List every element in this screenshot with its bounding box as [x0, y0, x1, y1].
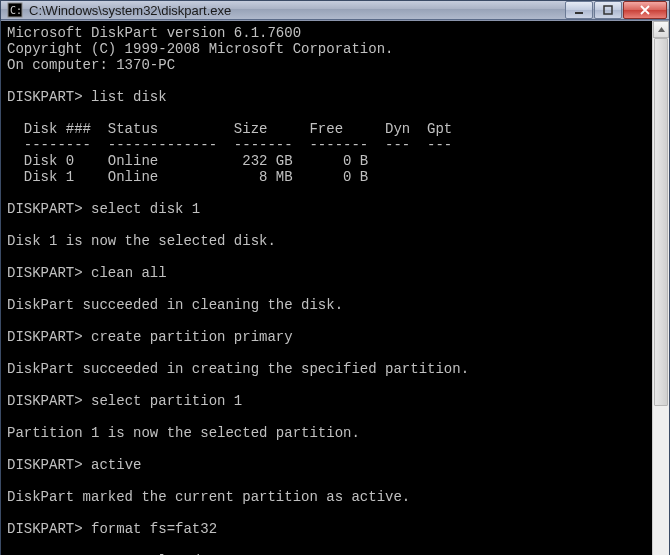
titlebar[interactable]: C: C:\Windows\system32\diskpart.exe: [1, 1, 669, 20]
command-text: active: [91, 457, 141, 473]
response-line: Disk 1 is now the selected disk.: [7, 233, 276, 249]
window-buttons: [564, 1, 667, 19]
table-header: Disk ### Status Size Free Dyn Gpt: [7, 121, 452, 137]
command-text: clean all: [91, 265, 167, 281]
console-area: Microsoft DiskPart version 6.1.7600 Copy…: [1, 21, 669, 555]
table-row: Disk 0 Online 232 GB 0 B: [7, 153, 368, 169]
header-line: Microsoft DiskPart version 6.1.7600: [7, 25, 301, 41]
header-line: On computer: 1370-PC: [7, 57, 175, 73]
prompt: DISKPART>: [7, 457, 83, 473]
close-button[interactable]: [623, 1, 667, 19]
command-text: format fs=fat32: [91, 521, 217, 537]
vertical-scrollbar[interactable]: [652, 21, 669, 555]
prompt: DISKPART>: [7, 393, 83, 409]
header-line: Copyright (C) 1999-2008 Microsoft Corpor…: [7, 41, 393, 57]
svg-rect-3: [604, 6, 612, 14]
response-line: DiskPart succeeded in creating the speci…: [7, 361, 469, 377]
response-line: DiskPart succeeded in cleaning the disk.: [7, 297, 343, 313]
prompt: DISKPART>: [7, 329, 83, 345]
console-output[interactable]: Microsoft DiskPart version 6.1.7600 Copy…: [1, 21, 652, 555]
prompt: DISKPART>: [7, 521, 83, 537]
window-title: C:\Windows\system32\diskpart.exe: [29, 3, 564, 18]
scroll-up-button[interactable]: [653, 21, 669, 38]
minimize-button[interactable]: [565, 1, 593, 19]
command-text: create partition primary: [91, 329, 293, 345]
scroll-thumb[interactable]: [654, 38, 668, 406]
maximize-button[interactable]: [594, 1, 622, 19]
table-row: Disk 1 Online 8 MB 0 B: [7, 169, 368, 185]
svg-text:C:: C:: [10, 5, 22, 16]
app-window: C: C:\Windows\system32\diskpart.exe: [0, 0, 670, 555]
command-text: select disk 1: [91, 201, 200, 217]
prompt: DISKPART>: [7, 89, 83, 105]
prompt: DISKPART>: [7, 265, 83, 281]
prompt: DISKPART>: [7, 201, 83, 217]
scroll-track[interactable]: [653, 38, 669, 555]
svg-rect-2: [575, 12, 583, 14]
response-line: DiskPart marked the current partition as…: [7, 489, 410, 505]
app-icon: C:: [7, 2, 23, 18]
command-text: select partition 1: [91, 393, 242, 409]
command-text: list disk: [91, 89, 167, 105]
table-rule: -------- ------------- ------- ------- -…: [7, 137, 452, 153]
response-line: Partition 1 is now the selected partitio…: [7, 425, 360, 441]
